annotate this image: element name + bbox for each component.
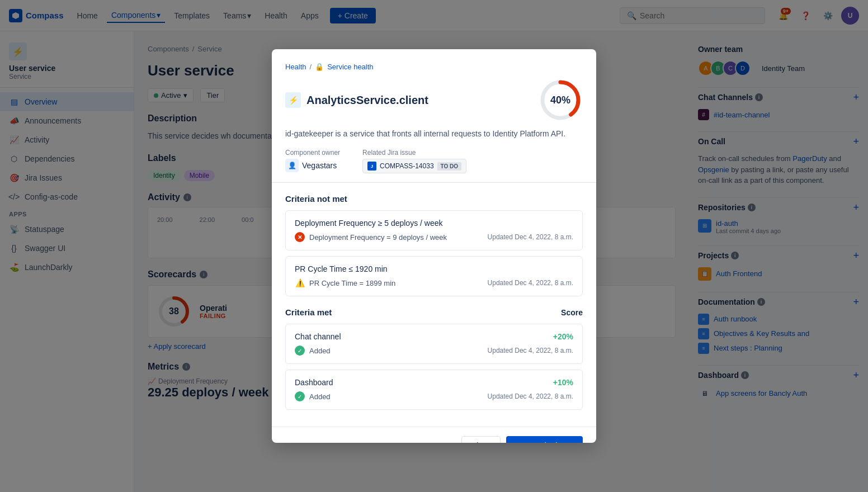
score-circle: 40% [538, 78, 583, 122]
jira-badge-row: J COMPASS-14033 TO DO [362, 159, 466, 173]
criteria-detail-left-2: ⚠️ PR Cycle Time = 1899 min [295, 278, 395, 288]
criteria-updated-1: Updated Dec 4, 2022, 8 a.m. [488, 233, 573, 241]
modal-title: AnalyticsService.client [306, 94, 428, 107]
criteria-met-item-1: Chat channel +20% ✓ Added Updated Dec 4,… [285, 324, 583, 364]
criteria-detail-1: Deployment Frequency = 9 deploys / week [309, 233, 447, 242]
criteria-added-1: Added [309, 347, 331, 355]
criteria-detail-row-2: ⚠️ PR Cycle Time = 1899 min Updated Dec … [295, 278, 573, 288]
criteria-met-name-1: Chat channel [295, 332, 341, 341]
criteria-met-detail-2: ✓ Added Updated Dec 4, 2022, 8 a.m. [295, 391, 573, 401]
modal: Health / 🔒 Service health ⚡ AnalyticsSer… [272, 49, 596, 443]
success-icon-2: ✓ [295, 391, 305, 401]
criteria-name-1: Deployment Frequency ≥ 5 deploys / week [295, 219, 573, 228]
modal-owner: Component owner 👤 Vegastars [285, 149, 340, 173]
criteria-detail-2: PR Cycle Time = 1899 min [309, 279, 395, 287]
modal-body: Criteria not met Deployment Frequency ≥ … [272, 183, 596, 427]
criteria-detail-left-1: ✕ Deployment Frequency = 9 deploys / wee… [295, 232, 447, 242]
jira-issue-number: COMPASS-14033 [380, 162, 434, 170]
todo-badge: TO DO [437, 162, 461, 171]
modal-breadcrumb-health[interactable]: Health [285, 63, 306, 71]
modal-breadcrumb-service[interactable]: Service health [327, 63, 373, 71]
criteria-item-2: PR Cycle Time ≤ 1920 min ⚠️ PR Cycle Tim… [285, 256, 583, 296]
criteria-added-2: Added [309, 392, 331, 401]
jira-icon: J [367, 162, 376, 171]
modal-jira: Related Jira issue J COMPASS-14033 TO DO [362, 149, 466, 173]
criteria-met-score-2: +10% [553, 378, 573, 387]
criteria-detail-row-1: ✕ Deployment Frequency = 9 deploys / wee… [295, 232, 573, 242]
modal-overlay[interactable]: Health / 🔒 Service health ⚡ AnalyticsSer… [0, 0, 868, 492]
criteria-met-left-1: ✓ Added [295, 346, 331, 356]
criteria-met-updated-1: Updated Dec 4, 2022, 8 a.m. [488, 347, 573, 354]
criteria-met-title: Criteria met [285, 308, 332, 317]
modal-breadcrumb-shield: 🔒 [315, 63, 324, 71]
criteria-met-left-2: ✓ Added [295, 391, 331, 401]
owner-name: Vegastars [302, 161, 337, 170]
modal-service-icon: ⚡ [285, 92, 301, 108]
modal-title-row: ⚡ AnalyticsService.client 40% [285, 78, 583, 122]
criteria-name-2: PR Cycle Time ≤ 1920 min [295, 264, 573, 273]
criteria-updated-2: Updated Dec 4, 2022, 8 a.m. [488, 279, 573, 287]
owner-value: 👤 Vegastars [285, 159, 340, 172]
criteria-met-detail-1: ✓ Added Updated Dec 4, 2022, 8 a.m. [295, 346, 573, 356]
criteria-met-top-1: Chat channel +20% [295, 332, 573, 341]
criteria-met-updated-2: Updated Dec 4, 2022, 8 a.m. [488, 392, 573, 400]
jira-badge[interactable]: J COMPASS-14033 TO DO [362, 159, 466, 173]
breadcrumb-sep: / [310, 63, 312, 71]
close-button[interactable]: Close [461, 436, 501, 443]
criteria-item-1: Deployment Frequency ≥ 5 deploys / week … [285, 210, 583, 250]
criteria-not-met-title: Criteria not met [285, 194, 583, 204]
modal-title-left: ⚡ AnalyticsService.client [285, 92, 428, 108]
modal-footer: Close Create Jira issue [272, 427, 596, 443]
score-col-label: Score [561, 308, 583, 317]
modal-breadcrumb: Health / 🔒 Service health [285, 63, 583, 71]
svg-text:40%: 40% [550, 94, 570, 106]
modal-meta-row: Component owner 👤 Vegastars Related Jira… [285, 149, 583, 173]
jira-label: Related Jira issue [362, 149, 466, 157]
owner-label: Component owner [285, 149, 340, 157]
criteria-met-item-2: Dashboard +10% ✓ Added Updated Dec 4, 20… [285, 370, 583, 410]
criteria-met-name-2: Dashboard [295, 378, 333, 387]
error-icon: ✕ [295, 232, 305, 242]
create-jira-button[interactable]: Create Jira issue [506, 436, 583, 443]
criteria-met-score-1: +20% [553, 332, 573, 341]
modal-description: id-gatekeeper is a service that fronts a… [285, 128, 583, 140]
modal-header: Health / 🔒 Service health ⚡ AnalyticsSer… [272, 49, 596, 183]
warn-icon: ⚠️ [295, 278, 305, 288]
criteria-met-header: Criteria met Score [285, 308, 583, 317]
criteria-met-top-2: Dashboard +10% [295, 378, 573, 387]
success-icon-1: ✓ [295, 346, 305, 356]
owner-icon: 👤 [285, 159, 299, 172]
